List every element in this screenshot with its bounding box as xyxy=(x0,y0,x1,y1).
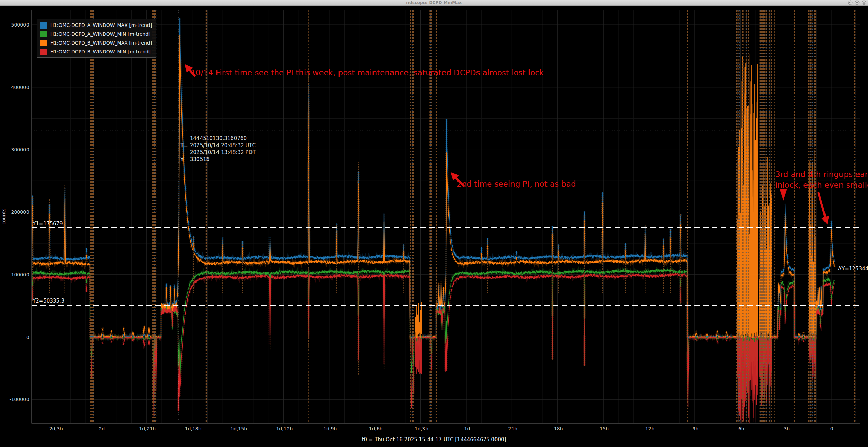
window-shade-button[interactable] xyxy=(848,0,853,5)
x-tick-label: -9h xyxy=(691,426,699,431)
legend-item[interactable]: H1:OMC-DCPD_A_WINDOW_MAX [m-trend] xyxy=(40,21,152,30)
x-tick-label: -21h xyxy=(506,426,517,431)
cursor-y2-label[interactable]: Y2=50335.3 xyxy=(33,298,64,304)
legend-item[interactable]: H1:OMC-DCPD_B_WINDOW_MIN [m-trend] xyxy=(40,47,152,56)
x-tick-label: -15h xyxy=(598,426,609,431)
x-tick-label: -2d xyxy=(97,426,105,431)
x-tick-label: -1d,15h xyxy=(229,426,247,431)
t0-label: t0 = Thu Oct 16 2025 15:44:17 UTC [14446… xyxy=(0,436,868,443)
y-tick-label: -100000 xyxy=(10,397,30,402)
x-tick-label: -12h xyxy=(644,426,655,431)
y-tick-label: 200000 xyxy=(11,209,29,215)
legend-channel-label: H1:OMC-DCPD_A_WINDOW_MIN [m-trend] xyxy=(50,31,151,37)
x-tick-label: -1d,9h xyxy=(322,426,337,431)
window-unshade-button[interactable] xyxy=(855,0,860,5)
legend-channel-label: H1:OMC-DCPD_B_WINDOW_MIN [m-trend] xyxy=(50,49,151,54)
x-tick-label: -18h xyxy=(552,426,563,431)
annotation-arrows xyxy=(186,65,827,223)
x-tick-label: -1d xyxy=(463,426,470,431)
window-title: ndscope: DCPD MinMax xyxy=(406,0,462,5)
cursor-y1-label[interactable]: Y1=175679 xyxy=(33,221,63,227)
cursor-readout: 1444510130.3160760 T= 2025/10/14 20:48:3… xyxy=(180,135,256,163)
y-tick-label: 300000 xyxy=(11,147,29,152)
y-tick-label: 500000 xyxy=(11,22,29,28)
window-close-button[interactable] xyxy=(862,0,866,5)
cursor-utc: 2025/10/14 20:48:32 UTC xyxy=(190,142,256,149)
annotation-second-pi: 2nd time seeing PI, not as bad xyxy=(457,179,576,188)
lock-acquisition-noise xyxy=(415,54,816,424)
x-tick-label: -1d,12h xyxy=(274,426,293,431)
x-tick-label: -2d,3h xyxy=(48,426,63,431)
annotation-first-pi: 10/14 First time see the PI this week, p… xyxy=(191,68,544,77)
cursor-delta-y-label: ΔY=125344 xyxy=(838,265,868,272)
cursor-y-value: 330516 xyxy=(190,156,256,163)
readout-t-prefix: T= xyxy=(180,142,190,149)
legend-color-swatch xyxy=(40,22,47,29)
y-tick-label: 100000 xyxy=(11,272,29,277)
x-tick-label: -1d,21h xyxy=(137,426,156,431)
x-tick-label: -1d,3h xyxy=(413,426,428,431)
legend-channel-label: H1:OMC-DCPD_A_WINDOW_MAX [m-trend] xyxy=(50,22,152,28)
x-tick-label: -1d,6h xyxy=(367,426,383,431)
legend-color-swatch xyxy=(40,31,47,37)
legend-item[interactable]: H1:OMC-DCPD_A_WINDOW_MIN [m-trend] xyxy=(40,30,152,38)
plot-canvas[interactable]: -2d,3h-2d-1d,21h-1d,18h-1d,15h-1d,12h-1d… xyxy=(0,0,868,447)
annotation-ringups-line1: 3rd and 4th ringups early xyxy=(775,169,868,180)
cursor-pdt: 2025/10/14 13:48:32 PDT xyxy=(190,149,256,156)
legend-channel-label: H1:OMC-DCPD_B_WINDOW_MAX [m-trend] xyxy=(50,40,152,46)
annotation-ringups: 3rd and 4th ringups early inlock, each e… xyxy=(775,169,868,190)
legend-color-swatch xyxy=(40,49,47,55)
annotation-ringups-line2: inlock, each even smaller xyxy=(775,180,868,190)
legend-item[interactable]: H1:OMC-DCPD_B_WINDOW_MAX [m-trend] xyxy=(40,38,152,47)
x-tick-label: -6h xyxy=(736,426,744,431)
window-titlebar[interactable]: ndscope: DCPD MinMax xyxy=(0,0,868,6)
x-tick-label: 0 xyxy=(830,426,833,431)
legend[interactable]: H1:OMC-DCPD_A_WINDOW_MAX [m-trend]H1:OMC… xyxy=(37,19,156,58)
readout-y-prefix: Y= xyxy=(180,156,190,163)
x-tick-label: -1d,18h xyxy=(183,426,202,431)
legend-color-swatch xyxy=(40,40,47,46)
ndscope-window: ndscope: DCPD MinMax -2d,3h-2d-1d,21h-1d… xyxy=(0,0,868,447)
y-tick-label: 0 xyxy=(26,334,29,340)
readout-prefix xyxy=(180,135,190,142)
y-axis-label: counts xyxy=(1,209,6,225)
readout-prefix xyxy=(180,149,190,156)
y-tick-label: 400000 xyxy=(11,85,29,90)
cursor-gps: 1444510130.3160760 xyxy=(190,135,256,142)
x-tick-label: -3h xyxy=(782,426,790,431)
